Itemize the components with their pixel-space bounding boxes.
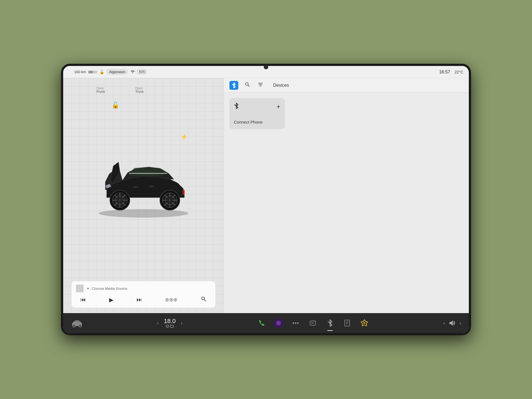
bluetooth-panel: Devices + Connect Phone bbox=[224, 78, 469, 313]
search-icon[interactable] bbox=[244, 81, 251, 89]
phone-app-icon[interactable] bbox=[255, 317, 267, 329]
temp-value: 18.0 bbox=[162, 318, 178, 325]
temp-increase-button[interactable]: › bbox=[180, 319, 184, 327]
filter-icon[interactable] bbox=[257, 81, 264, 89]
battery-fill bbox=[88, 71, 93, 73]
odometer-display: 160 km bbox=[74, 70, 86, 74]
status-bar: 160 km 🔓 Algemeen SOS 16:57 22°C bbox=[63, 66, 469, 78]
status-bar-left: 160 km 🔓 Algemeen SOS bbox=[74, 69, 146, 75]
svg-line-44 bbox=[166, 327, 166, 327]
games-app-icon[interactable] bbox=[358, 317, 370, 329]
battery-bar bbox=[88, 71, 97, 73]
vol-right-chevron[interactable]: › bbox=[458, 319, 462, 327]
frunk-label[interactable]: Open Frunk bbox=[96, 86, 105, 94]
play-button[interactable]: ▶ bbox=[107, 295, 116, 304]
connect-phone-card-top: + bbox=[234, 103, 280, 111]
time-display: 16:57 bbox=[439, 70, 450, 75]
trunk-title: Trunk bbox=[135, 90, 144, 94]
frunk-title: Frunk bbox=[96, 90, 105, 94]
search-media-button[interactable] bbox=[199, 295, 209, 304]
main-content: Open Frunk Open Trunk 🔓 bbox=[63, 78, 469, 313]
svg-point-51 bbox=[297, 322, 299, 324]
add-device-icon: + bbox=[277, 103, 280, 111]
media-source-icon bbox=[76, 285, 84, 292]
info-app-icon[interactable] bbox=[307, 317, 319, 329]
svg-rect-26 bbox=[149, 186, 154, 187]
screen-bezel: 160 km 🔓 Algemeen SOS 16:57 22°C bbox=[61, 64, 471, 335]
bt-toolbar: Devices bbox=[224, 78, 469, 93]
svg-line-31 bbox=[248, 85, 249, 86]
trunk-open-text: Open bbox=[135, 86, 144, 90]
ambient-temp: 22°C bbox=[455, 70, 463, 74]
next-button[interactable]: ⏭ bbox=[134, 295, 144, 304]
bt-devices-area: + Connect Phone bbox=[224, 93, 469, 313]
queue-button[interactable]: ⦿⦿⦿ bbox=[163, 296, 180, 303]
svg-line-45 bbox=[166, 325, 166, 325]
devices-label: Devices bbox=[273, 83, 289, 88]
svg-point-16 bbox=[168, 199, 171, 202]
connect-phone-card[interactable]: + Connect Phone bbox=[229, 98, 285, 129]
car-panel: Open Frunk Open Trunk 🔓 bbox=[63, 78, 224, 313]
wifi-icon bbox=[130, 70, 135, 74]
prev-button[interactable]: ⏮ bbox=[78, 295, 88, 304]
svg-rect-25 bbox=[133, 186, 138, 188]
camera-app-icon[interactable] bbox=[272, 317, 285, 329]
profile-badge: Algemeen bbox=[106, 69, 128, 75]
svg-point-38 bbox=[80, 325, 81, 326]
volume-control[interactable] bbox=[448, 320, 456, 326]
connect-phone-label: Connect Phone bbox=[234, 120, 262, 124]
svg-rect-46 bbox=[170, 325, 173, 328]
svg-rect-55 bbox=[345, 320, 350, 326]
taskbar-right: ‹ › bbox=[442, 319, 462, 327]
screen: 160 km 🔓 Algemeen SOS 16:57 22°C bbox=[63, 66, 469, 333]
temp-decrease-button[interactable]: ‹ bbox=[156, 319, 160, 327]
media-player: ✶ Choose Media Source ⏮ ▶ ⏭ ⦿⦿⦿ bbox=[71, 281, 215, 308]
bluetooth-symbol bbox=[234, 103, 239, 111]
svg-line-41 bbox=[168, 325, 169, 325]
svg-point-49 bbox=[293, 322, 294, 324]
svg-line-42 bbox=[168, 327, 169, 327]
vol-left-chevron[interactable]: ‹ bbox=[442, 319, 446, 327]
temp-mode-icons bbox=[162, 325, 178, 329]
trunk-label[interactable]: Open Trunk bbox=[135, 86, 144, 94]
notes-app-icon[interactable] bbox=[341, 317, 353, 329]
media-controls: ⏮ ▶ ⏭ ⦿⦿⦿ bbox=[76, 295, 211, 304]
car-taskbar-icon[interactable] bbox=[70, 318, 84, 329]
svg-marker-61 bbox=[449, 320, 453, 326]
svg-point-60 bbox=[363, 322, 365, 324]
svg-point-37 bbox=[73, 325, 75, 326]
media-source-label: ✶ Choose Media Source bbox=[86, 287, 127, 291]
sos-badge: SOS bbox=[137, 70, 146, 74]
taskbar-left bbox=[70, 318, 84, 329]
taskbar: ‹ 18.0 bbox=[63, 313, 469, 333]
frunk-open-text: Open bbox=[96, 86, 105, 90]
temp-value-container: 18.0 bbox=[162, 318, 178, 329]
temp-control: ‹ 18.0 bbox=[156, 318, 184, 329]
bluetooth-active-icon[interactable] bbox=[229, 81, 238, 90]
bluetooth-taskbar-icon[interactable] bbox=[324, 317, 336, 329]
svg-rect-52 bbox=[310, 321, 316, 325]
lock-icon: 🔓 bbox=[99, 70, 104, 74]
car-image bbox=[80, 100, 207, 263]
lightning-icon: ⚡ bbox=[181, 134, 188, 140]
svg-point-0 bbox=[99, 209, 188, 218]
svg-line-29 bbox=[204, 300, 206, 301]
taskbar-center bbox=[255, 317, 370, 329]
media-source-bar: ✶ Choose Media Source bbox=[76, 285, 211, 292]
svg-rect-27 bbox=[182, 190, 185, 195]
svg-point-50 bbox=[295, 322, 296, 324]
more-apps-icon[interactable] bbox=[290, 317, 302, 329]
svg-point-39 bbox=[166, 325, 168, 327]
svg-point-4 bbox=[118, 199, 121, 202]
